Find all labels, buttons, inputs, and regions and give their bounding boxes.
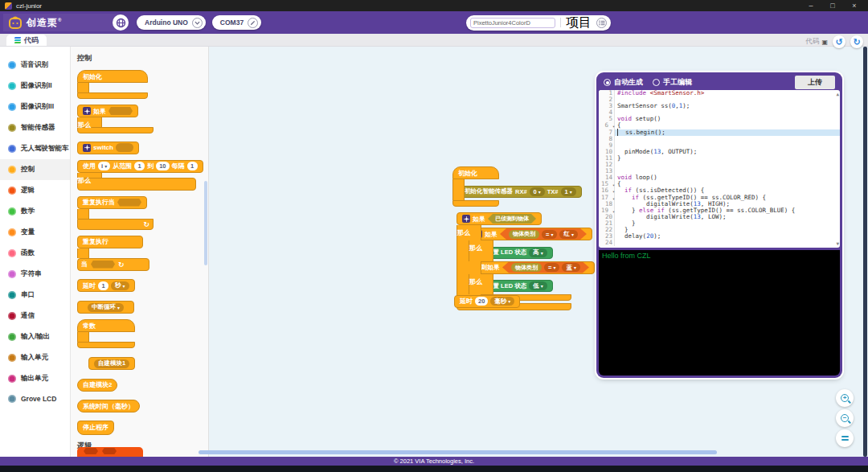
palette-block-const[interactable]: 常数 [77,319,135,348]
close-button[interactable]: × [845,0,863,11]
palette-block-custom1[interactable]: 自建模块1 [77,354,208,370]
palette-block-if[interactable]: 如果 那么 [77,105,154,133]
zoom-out-button[interactable]: − [836,409,854,427]
gear-icon[interactable] [474,230,482,238]
ws-block-led-low[interactable]: 内置 LED 状态 低▾ [481,280,553,292]
maximize-button[interactable]: □ [824,0,841,11]
sidebar-item-通信[interactable]: 通信 [0,306,70,326]
color-dropdown-red[interactable]: 红▾ [559,230,578,239]
workspace-vertical-scrollbar[interactable] [863,47,867,457]
code-line[interactable]: 11} [599,155,840,162]
project-button[interactable]: 项目 [566,14,592,31]
palette-scrollbar[interactable] [204,181,207,265]
category-label: 语音识别 [21,60,48,70]
project-name-input[interactable]: PixettoJunior4ColorD [470,18,555,28]
device-select[interactable]: Arduino UNO [137,15,206,30]
category-dot [8,187,16,195]
code-text: } [615,155,840,162]
code-line[interactable]: 21 } [599,220,840,227]
block-workspace[interactable]: 初始化 初始化智能传感器 RX# 0▾ TX# 1▾ [209,47,868,457]
category-label: 函数 [21,248,35,258]
ws-block-init-group[interactable]: 初始化 初始化智能传感器 RX# 0▾ TX# 1▾ [452,166,582,207]
redo-button[interactable]: ↻ [850,35,863,48]
minimize-button[interactable]: – [802,0,820,11]
category-label: 图像识别II [21,81,52,91]
sidebar-item-串口[interactable]: 串口 [0,285,70,306]
sidebar-item-函数[interactable]: 函数 [0,243,70,264]
code-line[interactable]: 3SmartSensor ss(0,1); [599,103,840,109]
sidebar-item-图像识别III[interactable]: 图像识别III [0,96,70,117]
ws-block-led-high[interactable]: 内置 LED 状态 高▾ [481,247,553,259]
sidebar-item-字符串[interactable]: 字符串 [0,264,70,285]
code-line[interactable]: 1#include <SmartSensor.h> [599,90,840,96]
palette-block-systime[interactable]: 系统时间（毫秒） [77,397,208,413]
operator-dropdown[interactable]: =▾ [544,263,559,272]
sidebar-item-输出单元[interactable]: 输出单元 [0,368,70,389]
color-dropdown-blue[interactable]: 蓝▾ [562,263,580,272]
sidebar-item-数学[interactable]: 数学 [0,201,70,222]
led-state-dropdown[interactable]: 高▾ [529,248,547,257]
operator-dropdown[interactable]: =▾ [542,230,557,239]
tab-code[interactable]: 代码 [6,35,47,46]
upload-button[interactable]: 上传 [795,76,835,89]
gear-icon[interactable] [83,107,91,115]
workspace-horizontal-scrollbar[interactable] [199,450,717,454]
code-line[interactable]: 10 pinMode(13, OUTPUT); [599,149,840,155]
language-globe-button[interactable] [113,14,129,31]
radio-auto-generate[interactable]: 自动生成 [604,77,643,88]
palette-block-init[interactable]: 初始化 [77,70,148,99]
ws-block-sensor-init[interactable]: 初始化智能传感器 RX# 0▾ TX# 1▾ [459,186,582,198]
ws-condition-red[interactable]: 物体类别 =▾ 红▾ [500,228,587,240]
palette-block-custom2[interactable]: 自建模块2 [77,376,208,392]
palette-block-for[interactable]: 使用i ▾从范围1到10每隔1 那么 [77,160,203,191]
line-number: 8 [599,136,615,142]
radio-manual-edit[interactable]: 手工编辑 [653,77,692,88]
sidebar-item-图像识别II[interactable]: 图像识别II [0,76,70,96]
code-visibility-toggle[interactable]: 代码▣ [805,37,828,47]
code-line[interactable]: 23 delay(20); [599,233,840,240]
palette-block-repeat-while[interactable]: 重复执行当 ↻ [77,196,154,230]
zoom-in-button[interactable]: + [836,389,854,407]
palette-block-delay[interactable]: 延时1秒▾ [77,277,208,293]
gear-icon[interactable] [462,215,470,223]
palette-block-break[interactable]: 中断循环▾ [77,298,208,314]
sidebar-item-变量[interactable]: 变量 [0,222,70,243]
code-line[interactable]: 8 [599,136,840,142]
palette-block-repeat-until[interactable]: 重复执行 当↻ [77,236,149,271]
code-line[interactable]: 14void loop() [599,174,840,181]
sidebar-item-逻辑[interactable]: 逻辑 [0,180,70,201]
palette-block-switch[interactable]: switch [77,139,208,154]
ws-condition-blue[interactable]: 物体类别 =▾ 蓝▾ [502,262,589,273]
gear-icon[interactable] [83,144,91,152]
sidebar-item-Grove LCD[interactable]: Grove LCD [0,389,70,408]
rx-dropdown[interactable]: 0▾ [530,187,545,196]
code-line[interactable]: 5void setup() [599,116,840,122]
sidebar-item-智能传感器[interactable]: 智能传感器 [0,117,70,138]
undo-button[interactable]: ↺ [833,35,845,48]
zoom-reset-button[interactable] [836,429,854,447]
sidebar-item-无人驾驶智能车[interactable]: 无人驾驶智能车 [0,138,70,159]
ws-condition-detected[interactable]: 已侦测到物体 [488,214,536,224]
code-line[interactable]: 7 ss.begin(); [599,129,840,136]
ws-block-delay[interactable]: 延时20毫秒▾ [454,292,520,308]
sidebar-item-输入单元[interactable]: 输入单元 [0,347,70,368]
port-select[interactable]: COM37 [212,15,261,30]
serial-console[interactable]: Hello from CZL [599,250,840,376]
sidebar-item-输入/输出[interactable]: 输入/输出 [0,326,70,347]
delay-unit-dropdown[interactable]: 毫秒▾ [490,297,514,306]
pencil-icon[interactable] [248,18,258,28]
ws-block-nested-if[interactable]: 如果 物体类别 =▾ 红▾ 那么 内置 LED 状态 [469,228,595,301]
palette-block-stop[interactable]: 停止程序 [77,418,208,435]
editor-scroll-down-icon[interactable]: ▼ [836,240,839,247]
sidebar-item-控制[interactable]: 控制 [0,159,70,180]
project-list-icon[interactable] [596,18,607,28]
code-line[interactable]: 12 [599,162,840,168]
editor-scroll-up-icon[interactable]: ▲ [836,91,839,97]
code-line[interactable]: 24 [599,240,840,246]
chevron-down-icon[interactable] [192,18,203,28]
tx-dropdown[interactable]: 1▾ [561,187,576,196]
code-editor[interactable]: ▲ ▼ 1#include <SmartSensor.h>2 3SmartSen… [599,90,840,248]
sidebar-item-语音识别[interactable]: 语音识别 [0,55,70,76]
palette-block-logic-partial[interactable] [77,447,143,457]
led-state-dropdown[interactable]: 低▾ [529,281,547,290]
